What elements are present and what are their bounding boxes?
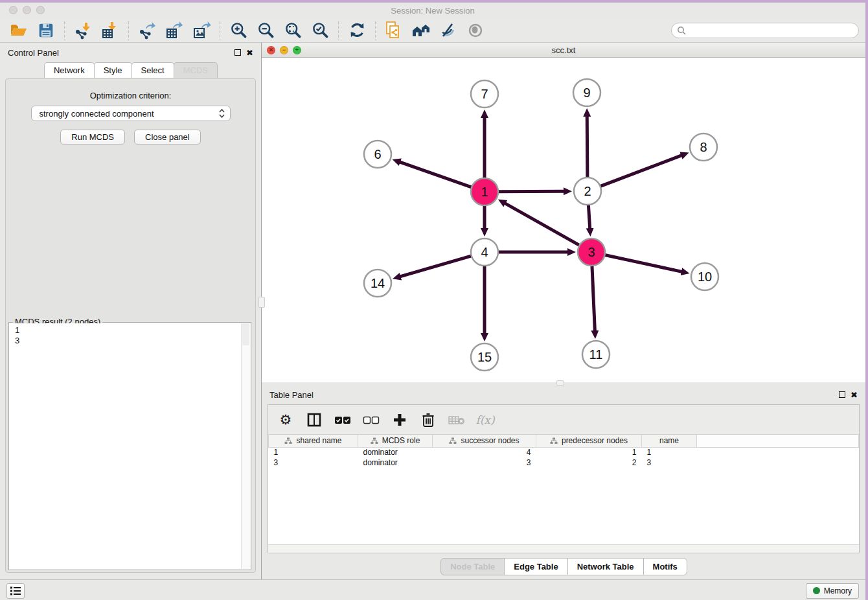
tab-style[interactable]: Style bbox=[94, 62, 132, 78]
run-mcds-button[interactable]: Run MCDS bbox=[60, 130, 125, 144]
node-9[interactable]: 9 bbox=[573, 79, 600, 106]
edge-1-6[interactable] bbox=[399, 162, 472, 188]
cell-successor-nodes[interactable]: 4 bbox=[433, 447, 536, 457]
node-table[interactable]: shared nameMCDS rolesuccessor nodesprede… bbox=[268, 435, 859, 468]
cell-name[interactable]: 3 bbox=[642, 457, 697, 468]
search-icon bbox=[677, 26, 686, 35]
edge-3-10[interactable] bbox=[604, 255, 683, 271]
zoom-fit-button[interactable] bbox=[280, 20, 305, 41]
cell-shared-name[interactable]: 3 bbox=[269, 457, 358, 468]
node-11[interactable]: 11 bbox=[582, 341, 610, 368]
fx-icon: f(x) bbox=[475, 413, 494, 426]
node-10[interactable]: 10 bbox=[691, 263, 718, 290]
node-6[interactable]: 6 bbox=[364, 141, 391, 168]
float-panel-button[interactable] bbox=[234, 49, 241, 56]
tab-mcds[interactable]: MCDS bbox=[174, 62, 218, 78]
delete-table-button[interactable] bbox=[447, 410, 466, 430]
column-header-predecessor-nodes[interactable]: predecessor nodes bbox=[536, 435, 642, 447]
result-scrollbar[interactable] bbox=[241, 323, 250, 569]
select-all-button[interactable] bbox=[333, 410, 352, 430]
optimization-criterion-select[interactable]: strongly connected component bbox=[31, 106, 231, 121]
node-4[interactable]: 4 bbox=[471, 238, 498, 266]
table-options-button[interactable]: ⚙ bbox=[276, 410, 295, 430]
import-network-button[interactable] bbox=[71, 20, 95, 41]
apply-layout-button[interactable] bbox=[345, 20, 369, 41]
edge-3-11[interactable] bbox=[592, 265, 595, 332]
show-all-networks-button[interactable] bbox=[409, 20, 433, 41]
cell-predecessor-nodes[interactable]: 1 bbox=[536, 447, 642, 457]
tab-edge-table[interactable]: Edge Table bbox=[504, 558, 567, 575]
duplicate-network-icon bbox=[385, 21, 403, 40]
show-graphics-details-button[interactable] bbox=[463, 20, 488, 41]
node-2[interactable]: 2 bbox=[574, 178, 601, 205]
export-image-button[interactable] bbox=[189, 20, 214, 41]
panel-splitter-grip[interactable] bbox=[258, 297, 265, 308]
hide-graphics-icon bbox=[439, 22, 457, 39]
svg-text:11: 11 bbox=[589, 347, 603, 362]
table-row[interactable]: 1dominator411 bbox=[269, 447, 859, 457]
float-table-panel-button[interactable] bbox=[839, 391, 845, 398]
import-table-button[interactable] bbox=[98, 20, 122, 41]
table-row[interactable]: 3dominator323 bbox=[269, 457, 859, 468]
node-7[interactable]: 7 bbox=[471, 80, 498, 108]
cell-predecessor-nodes[interactable]: 2 bbox=[536, 457, 642, 468]
tab-select[interactable]: Select bbox=[131, 62, 174, 78]
node-15[interactable]: 15 bbox=[471, 343, 498, 371]
function-builder-button[interactable]: f(x) bbox=[475, 410, 495, 430]
memory-button[interactable]: Memory bbox=[806, 583, 859, 599]
cell-MCDS-role[interactable]: dominator bbox=[358, 447, 433, 457]
column-header-shared-name[interactable]: shared name bbox=[269, 435, 358, 447]
export-table-button[interactable] bbox=[162, 20, 187, 41]
node-3[interactable]: 3 bbox=[578, 238, 605, 266]
maximize-window-button[interactable] bbox=[36, 6, 45, 14]
table-horizontal-scrollbar[interactable] bbox=[268, 544, 859, 553]
toggle-panel-button[interactable] bbox=[304, 410, 324, 430]
delete-column-button[interactable] bbox=[418, 410, 438, 430]
add-column-button[interactable] bbox=[390, 410, 409, 430]
cell-shared-name[interactable]: 1 bbox=[269, 447, 358, 457]
column-header-successor-nodes[interactable]: successor nodes bbox=[433, 435, 536, 447]
search-field[interactable] bbox=[671, 23, 859, 38]
open-session-button[interactable] bbox=[6, 20, 31, 41]
show-task-history-button[interactable] bbox=[6, 583, 25, 599]
export-network-button[interactable] bbox=[135, 20, 159, 41]
column-header-name[interactable]: name bbox=[642, 435, 697, 447]
close-window-button[interactable] bbox=[9, 6, 17, 14]
node-8[interactable]: 8 bbox=[690, 133, 717, 161]
tab-network[interactable]: Network bbox=[44, 62, 95, 78]
tab-motifs[interactable]: Motifs bbox=[643, 558, 687, 575]
node-14[interactable]: 14 bbox=[364, 270, 391, 297]
zoom-out-button[interactable] bbox=[253, 20, 278, 41]
edge-1-2[interactable] bbox=[497, 191, 565, 192]
minimize-window-button[interactable] bbox=[23, 6, 31, 14]
save-session-button[interactable] bbox=[34, 20, 58, 41]
close-panel-button[interactable]: ✖ bbox=[246, 49, 253, 57]
cell-name[interactable]: 1 bbox=[642, 447, 697, 457]
network-close-button[interactable]: ✕ bbox=[267, 46, 275, 54]
network-canvas[interactable]: 7968124314101511 bbox=[262, 58, 865, 382]
mcds-result-text[interactable]: 1 3 bbox=[10, 323, 241, 569]
zoom-in-button[interactable] bbox=[226, 20, 251, 41]
network-minimize-button[interactable]: − bbox=[280, 46, 288, 54]
edge-2-9[interactable] bbox=[587, 115, 588, 178]
network-graph[interactable]: 7968124314101511 bbox=[262, 58, 865, 382]
tab-node-table[interactable]: Node Table bbox=[440, 558, 505, 575]
edge-3-1[interactable] bbox=[504, 203, 580, 246]
cell-successor-nodes[interactable]: 3 bbox=[433, 457, 536, 468]
close-table-panel-button[interactable]: ✖ bbox=[851, 391, 858, 399]
duplicate-network-button[interactable] bbox=[382, 20, 406, 41]
search-input[interactable] bbox=[689, 26, 853, 35]
edge-4-14[interactable] bbox=[400, 256, 472, 277]
deselect-all-button[interactable] bbox=[361, 410, 381, 430]
close-mcds-panel-button[interactable]: Close panel bbox=[134, 130, 201, 144]
zoom-selected-button[interactable] bbox=[308, 20, 332, 41]
hide-graphics-details-button[interactable] bbox=[436, 20, 461, 41]
edge-2-8[interactable] bbox=[600, 155, 683, 186]
edge-2-3[interactable] bbox=[588, 204, 589, 229]
node-1[interactable]: 1 bbox=[471, 178, 498, 205]
cell-MCDS-role[interactable]: dominator bbox=[358, 457, 433, 468]
column-header-MCDS-role[interactable]: MCDS role bbox=[358, 435, 433, 447]
tab-network-table[interactable]: Network Table bbox=[567, 558, 644, 575]
network-zoom-button[interactable]: + bbox=[293, 46, 301, 54]
svg-text:2: 2 bbox=[584, 184, 591, 198]
